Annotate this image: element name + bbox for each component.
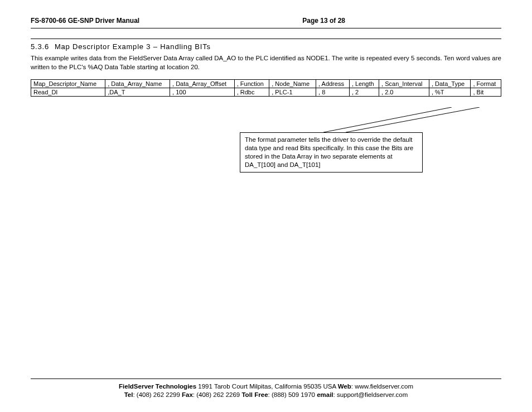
- th: , Data_Array_Offset: [170, 80, 235, 88]
- section-body: This example writes data from the FieldS…: [31, 54, 501, 71]
- footer-toll-label: Toll Free: [241, 391, 268, 398]
- footer-address: 1991 Tarob Court Milpitas, California 95…: [196, 383, 338, 390]
- footer-email-label: email: [317, 391, 333, 398]
- parameter-table: Map_Descriptor_Name , Data_Array_Name , …: [31, 79, 501, 97]
- svg-line-0: [323, 107, 452, 132]
- td: , %T: [429, 88, 471, 97]
- td: , Bit: [471, 88, 501, 97]
- page-header: FS-8700-66 GE-SNP Driver Manual Page 13 …: [31, 17, 501, 27]
- header-divider: [31, 28, 501, 28]
- th: , Format: [471, 80, 501, 88]
- page-footer: FieldServer Technologies 1991 Tarob Cour…: [31, 379, 501, 400]
- footer-line-2: Tel: (408) 262 2299 Fax: (408) 262 2269 …: [31, 391, 501, 400]
- td: , 8: [316, 88, 350, 97]
- svg-line-1: [346, 107, 480, 132]
- td: , 2.0: [379, 88, 429, 97]
- table-header-row: Map_Descriptor_Name , Data_Array_Name , …: [31, 80, 501, 88]
- td: ,DA_T: [105, 88, 170, 97]
- td: , PLC-1: [269, 88, 316, 97]
- footer-tel-label: Tel: [124, 391, 133, 398]
- footer-email: : support@fieldserver.com: [333, 391, 408, 398]
- footer-tel: : (408) 262 2299: [133, 391, 182, 398]
- footer-line-1: FieldServer Technologies 1991 Tarob Cour…: [31, 382, 501, 391]
- page-number: Page 13 of 28: [302, 17, 345, 25]
- th: Map_Descriptor_Name: [31, 80, 105, 88]
- td: Read_DI: [31, 88, 105, 97]
- th: , Data_Type: [429, 80, 471, 88]
- td: , 2: [349, 88, 379, 97]
- manual-title: FS-8700-66 GE-SNP Driver Manual: [31, 17, 139, 25]
- callout-box: The format parameter tells the driver to…: [240, 132, 423, 173]
- section-heading: Map Descriptor Example 3 – Handling BITs: [55, 42, 211, 51]
- footer-web: : www.fieldserver.com: [351, 383, 413, 390]
- footer-fax-label: Fax: [182, 391, 193, 398]
- th: , Data_Array_Name: [105, 80, 170, 88]
- section-title: 5.3.6Map Descriptor Example 3 – Handling…: [31, 42, 501, 51]
- th: , Function: [234, 80, 269, 88]
- td: , Rdbc: [234, 88, 269, 97]
- footer-company: FieldServer Technologies: [119, 383, 196, 390]
- footer-web-label: Web: [338, 383, 351, 390]
- th: , Address: [316, 80, 350, 88]
- footer-fax: : (408) 262 2269: [193, 391, 242, 398]
- section: 5.3.6Map Descriptor Example 3 – Handling…: [31, 39, 501, 97]
- table-row: Read_DI ,DA_T , 100 , Rdbc , PLC-1 , 8 ,…: [31, 88, 501, 97]
- th: , Node_Name: [269, 80, 316, 88]
- callout-connector: [240, 107, 502, 135]
- th: , Scan_Interval: [379, 80, 429, 88]
- th: , Length: [349, 80, 379, 88]
- td: , 100: [170, 88, 235, 97]
- section-number: 5.3.6: [31, 42, 49, 51]
- footer-toll: : (888) 509 1970: [268, 391, 317, 398]
